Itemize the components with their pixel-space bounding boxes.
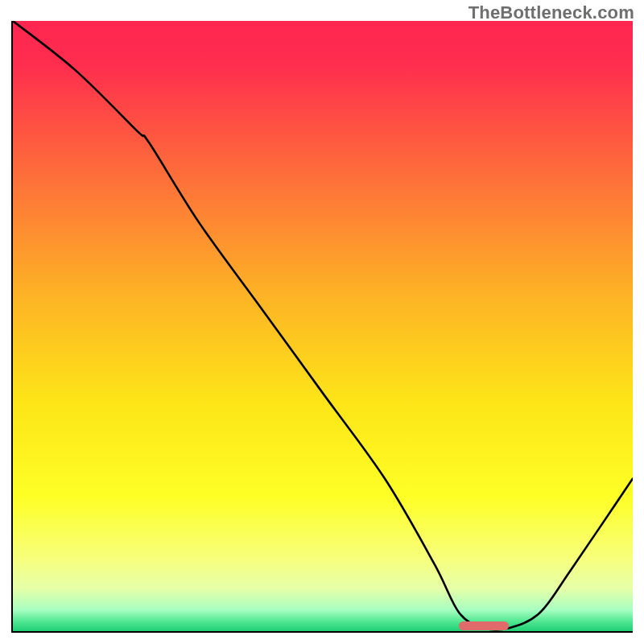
- optimal-range-pill: [459, 621, 509, 630]
- bottleneck-curve: [13, 21, 633, 631]
- plot-area: [11, 21, 633, 633]
- chart-stage: TheBottleneck.com: [0, 0, 644, 644]
